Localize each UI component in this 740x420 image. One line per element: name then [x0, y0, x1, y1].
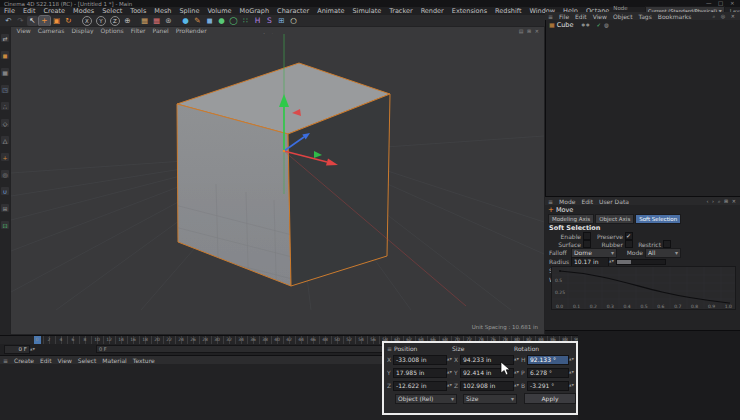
undo-icon[interactable]: ↶: [3, 16, 14, 26]
axis-mode-icon[interactable]: +: [1, 153, 9, 161]
rot-h-field[interactable]: 92.133 °: [527, 355, 569, 365]
section-header[interactable]: Soft Selection: [545, 224, 740, 232]
hamburger-icon[interactable]: ≡: [387, 345, 394, 352]
material-manager-menu-item[interactable]: View: [55, 357, 75, 364]
menu-item[interactable]: Extensions: [448, 7, 491, 15]
menu-item[interactable]: Spline: [175, 7, 203, 15]
viewport-menu-item[interactable]: ProRender: [172, 27, 210, 34]
menu-item[interactable]: Mesh: [150, 7, 175, 15]
deformer-bend-icon[interactable]: H: [252, 16, 263, 26]
object-manager-menu-item[interactable]: Object: [610, 13, 636, 20]
menu-item[interactable]: Character: [273, 7, 313, 15]
polygons-mode-icon[interactable]: △: [1, 136, 9, 144]
object-name[interactable]: Cube: [557, 21, 574, 29]
redo-icon[interactable]: ↷: [15, 16, 26, 26]
rubber-checkbox[interactable]: [625, 240, 633, 248]
rot-p-stepper[interactable]: ▲▼: [569, 369, 574, 377]
object-manager-menu-item[interactable]: Tags: [636, 13, 655, 20]
attribute-manager-menu-item[interactable]: Edit: [578, 198, 596, 205]
mograph-cloner-icon[interactable]: ∷: [240, 16, 251, 26]
hamburger-icon[interactable]: ≡: [0, 357, 11, 364]
rotate-tool-icon[interactable]: ↻: [63, 16, 74, 26]
menu-item[interactable]: Redshift: [491, 7, 525, 15]
falloff-graph[interactable]: 0.5 0.25 0.00.10.20.30.40.50.60.70.80.91…: [551, 266, 736, 310]
viewport-menu-item[interactable]: View: [13, 27, 34, 34]
make-editable-icon[interactable]: ⇄: [1, 34, 9, 42]
enable-checkbox[interactable]: [583, 232, 591, 240]
hamburger-icon[interactable]: ≡: [545, 198, 556, 205]
radius-stepper[interactable]: ▲▼: [609, 258, 614, 266]
phong-tag-icon[interactable]: ◍: [604, 22, 609, 28]
material-manager-menu-item[interactable]: Create: [11, 357, 37, 364]
texture-mode-icon[interactable]: ▦: [1, 68, 9, 76]
object-manager-corner-icons[interactable]: ⌕ ◎ ✕: [712, 13, 740, 20]
subdivision-surface-icon[interactable]: ●: [180, 16, 191, 26]
menu-item[interactable]: Simulate: [348, 7, 385, 15]
cube-primitive-icon[interactable]: ◼: [204, 16, 215, 26]
tab-modeling-axis[interactable]: Modeling Axis: [548, 214, 594, 224]
model-mode-icon[interactable]: ◼: [1, 51, 9, 59]
current-frame-stepper[interactable]: ▲▼: [30, 346, 35, 354]
viewport-menu-item[interactable]: Filter: [127, 27, 149, 34]
menu-item[interactable]: MoGraph: [236, 7, 274, 15]
material-manager-menu-item[interactable]: Material: [99, 357, 129, 364]
pos-x-field[interactable]: -33.008 in: [393, 355, 447, 365]
lock-y-axis-icon[interactable]: Y: [96, 16, 106, 26]
apply-button[interactable]: Apply: [524, 393, 576, 404]
rot-b-field[interactable]: -3.291 °: [527, 381, 569, 391]
edges-mode-icon[interactable]: ◇: [1, 119, 9, 127]
size-y-stepper[interactable]: ▲▼: [514, 369, 519, 377]
pos-y-stepper[interactable]: ▲▼: [447, 369, 452, 377]
object-enabled-check-icon[interactable]: ✓: [596, 22, 601, 28]
pos-x-stepper[interactable]: ▲▼: [447, 356, 452, 364]
menu-item[interactable]: Edit: [19, 7, 40, 15]
locked-workplane-icon[interactable]: ⊡: [1, 221, 9, 229]
attribute-manager-menu-item[interactable]: User Data: [596, 198, 632, 205]
viewport-menu-item[interactable]: Display: [68, 27, 97, 34]
menu-item[interactable]: Modes: [69, 7, 98, 15]
menu-item[interactable]: Create: [39, 7, 69, 15]
viewport-menu-item[interactable]: Cameras: [34, 27, 68, 34]
size-z-stepper[interactable]: ▲▼: [514, 382, 519, 390]
lock-z-axis-icon[interactable]: Z: [110, 16, 120, 26]
grid-snap-icon[interactable]: ⊞: [1, 204, 9, 212]
pos-z-stepper[interactable]: ▲▼: [447, 382, 452, 390]
radius-slider[interactable]: [616, 259, 666, 265]
lock-x-axis-icon[interactable]: X: [82, 16, 92, 26]
menu-item[interactable]: Animate: [313, 7, 348, 15]
spline-helix-icon[interactable]: S: [264, 16, 275, 26]
torus-primitive-icon[interactable]: ◯: [228, 16, 239, 26]
menu-item[interactable]: Select: [98, 7, 126, 15]
viewport-canvas[interactable]: [11, 34, 544, 334]
rot-b-stepper[interactable]: ▲▼: [569, 382, 574, 390]
menu-item[interactable]: File: [0, 7, 19, 15]
menu-item[interactable]: Tracker: [385, 7, 416, 15]
material-manager-menu-item[interactable]: Edit: [37, 357, 55, 364]
object-manager-menu-item[interactable]: File: [556, 13, 572, 20]
viewport-menu-item[interactable]: Options: [97, 27, 127, 34]
pos-z-field[interactable]: -12.622 in: [393, 381, 447, 391]
menu-item[interactable]: Render: [417, 7, 448, 15]
render-view-icon[interactable]: ▦: [139, 16, 150, 26]
workplane-mode-icon[interactable]: ◳: [1, 85, 9, 93]
pos-y-field[interactable]: 17.985 in: [393, 368, 447, 378]
surface-checkbox[interactable]: [583, 240, 591, 248]
render-settings-icon[interactable]: ⊛: [163, 16, 174, 26]
light-icon[interactable]: ○: [288, 16, 299, 26]
pen-spline-icon[interactable]: ✎: [192, 16, 203, 26]
coords-mode-dropdown[interactable]: Object (Rel)▾: [395, 394, 457, 404]
coords-size-dropdown[interactable]: Size▾: [463, 394, 517, 404]
move-tool-icon[interactable]: +: [39, 16, 50, 26]
hamburger-icon[interactable]: ≡: [545, 13, 556, 20]
visibility-dots-icon[interactable]: ●●: [581, 22, 590, 27]
snap-icon[interactable]: ∪: [1, 187, 9, 195]
menu-item[interactable]: Volume: [203, 7, 235, 15]
attribute-manager-menu-item[interactable]: Mode: [556, 198, 578, 205]
attribute-manager-corner-icons[interactable]: ‹ › ⌕ ⊞ ✕: [706, 198, 740, 205]
sphere-primitive-icon[interactable]: ●: [216, 16, 227, 26]
tab-soft-selection[interactable]: Soft Selection: [635, 214, 681, 224]
menu-item[interactable]: Tools: [126, 7, 150, 15]
size-z-field[interactable]: 102.908 in: [460, 381, 514, 391]
scale-tool-icon[interactable]: ▣: [51, 16, 62, 26]
array-icon[interactable]: ⊞: [276, 16, 287, 26]
